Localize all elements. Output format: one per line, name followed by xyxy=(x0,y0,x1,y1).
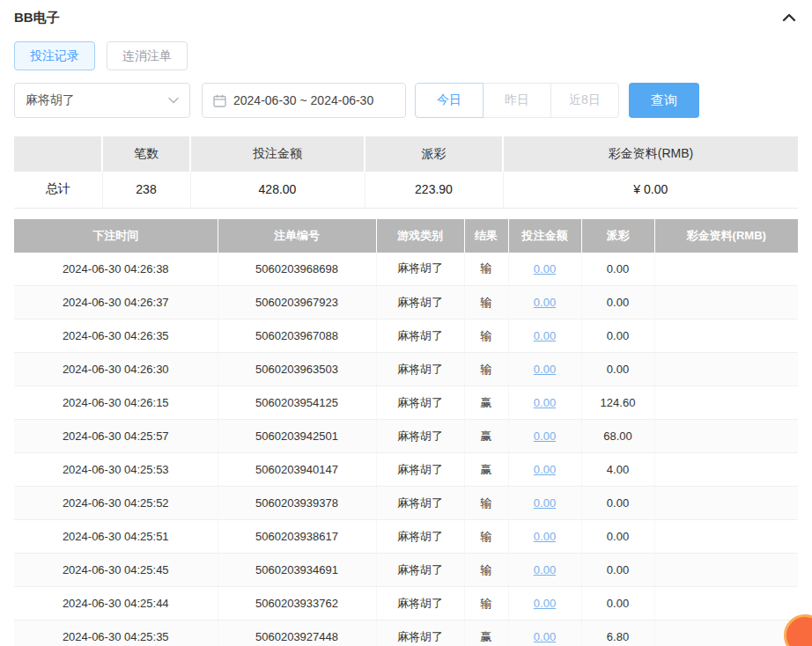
summary-header-bet: 投注金额 xyxy=(190,136,365,172)
table-row: 2024-06-30 04:25:525060203939378麻将胡了输0.0… xyxy=(14,487,798,520)
range-today-button[interactable]: 今日 xyxy=(415,83,484,118)
bet-amount-link[interactable]: 0.00 xyxy=(534,597,556,610)
cell-result: 输 xyxy=(464,587,508,620)
cell-order-number: 5060203927448 xyxy=(218,620,376,646)
bet-table-body: 2024-06-30 04:26:385060203968698麻将胡了输0.0… xyxy=(14,253,798,646)
cell-bonus xyxy=(654,420,798,453)
tab-bet-records[interactable]: 投注记录 xyxy=(14,41,95,70)
collapse-panel-button[interactable] xyxy=(782,12,796,23)
summary-header-blank xyxy=(14,136,102,172)
cell-order-number: 5060203968698 xyxy=(218,253,376,286)
cell-bet-amount: 0.00 xyxy=(508,386,581,420)
cell-bet-amount: 0.00 xyxy=(508,587,581,620)
cell-game-category: 麻将胡了 xyxy=(376,587,464,620)
cell-bet-amount: 0.00 xyxy=(508,520,581,554)
cell-game-category: 麻将胡了 xyxy=(376,487,464,520)
summary-header-row: 笔数 投注金额 派彩 彩金资料(RMB) xyxy=(14,136,798,172)
cell-order-number: 5060203942501 xyxy=(218,420,376,453)
cell-bonus xyxy=(654,453,798,487)
cell-order-number: 5060203963503 xyxy=(218,353,376,386)
cell-bonus xyxy=(654,286,798,319)
summary-total-label: 总计 xyxy=(14,172,102,208)
header-result: 结果 xyxy=(464,219,508,253)
table-row: 2024-06-30 04:25:445060203933762麻将胡了输0.0… xyxy=(14,587,798,620)
cell-payout: 0.00 xyxy=(581,587,654,620)
cell-result: 输 xyxy=(464,487,508,520)
bet-amount-link[interactable]: 0.00 xyxy=(534,563,556,576)
cell-bet-time: 2024-06-30 04:25:52 xyxy=(14,487,218,520)
cell-result: 输 xyxy=(464,353,508,386)
bet-amount-link[interactable]: 0.00 xyxy=(534,463,556,476)
page-title: BB电子 xyxy=(14,10,60,26)
bet-amount-link[interactable]: 0.00 xyxy=(534,429,556,443)
summary-header-count: 笔数 xyxy=(102,136,190,172)
table-row: 2024-06-30 04:25:535060203940147麻将胡了赢0.0… xyxy=(14,453,798,487)
summary-total-count: 238 xyxy=(102,172,190,208)
cell-order-number: 5060203940147 xyxy=(218,453,376,487)
cell-bonus xyxy=(654,487,798,520)
cell-order-number: 5060203967923 xyxy=(218,286,376,319)
table-row: 2024-06-30 04:26:155060203954125麻将胡了赢0.0… xyxy=(14,386,798,420)
cell-bet-time: 2024-06-30 04:26:37 xyxy=(14,286,218,319)
bet-amount-link[interactable]: 0.00 xyxy=(534,530,556,543)
cell-result: 输 xyxy=(464,520,508,554)
cell-bet-amount: 0.00 xyxy=(508,319,581,353)
cell-result: 赢 xyxy=(464,453,508,487)
range-last8days-button[interactable]: 近8日 xyxy=(550,83,619,118)
date-range-picker[interactable]: 2024-06-30 ~ 2024-06-30 xyxy=(202,83,406,118)
cell-bet-time: 2024-06-30 04:25:35 xyxy=(14,620,218,646)
cell-game-category: 麻将胡了 xyxy=(376,520,464,554)
summary-table: 笔数 投注金额 派彩 彩金资料(RMB) 总计 238 428.00 223.9… xyxy=(14,136,798,209)
bet-amount-link[interactable]: 0.00 xyxy=(534,363,556,376)
cell-payout: 68.00 xyxy=(581,420,654,453)
cell-bonus xyxy=(654,386,798,420)
game-select-value: 麻将胡了 xyxy=(26,92,75,108)
cell-payout: 0.00 xyxy=(581,286,654,319)
bet-amount-link[interactable]: 0.00 xyxy=(534,630,556,643)
cell-order-number: 5060203939378 xyxy=(218,487,376,520)
cell-bonus xyxy=(654,353,798,386)
cell-payout: 0.00 xyxy=(581,520,654,554)
cell-bet-amount: 0.00 xyxy=(508,620,581,646)
bet-amount-link[interactable]: 0.00 xyxy=(534,296,556,309)
cell-result: 输 xyxy=(464,253,508,286)
tab-bar: 投注记录 连消注单 xyxy=(14,41,798,70)
cell-bonus xyxy=(654,587,798,620)
quick-range-group: 今日 昨日 近8日 xyxy=(415,83,619,118)
game-select[interactable]: 麻将胡了 xyxy=(14,83,190,118)
summary-total-row: 总计 238 428.00 223.90 ¥ 0.00 xyxy=(14,172,798,208)
cell-bet-time: 2024-06-30 04:25:45 xyxy=(14,554,218,587)
bet-table-header-row: 下注时间 注单编号 游戏类别 结果 投注金额 派彩 彩金资料(RMB) xyxy=(14,219,798,253)
cell-bet-time: 2024-06-30 04:26:15 xyxy=(14,386,218,420)
cell-game-category: 麻将胡了 xyxy=(376,253,464,286)
tab-canceled-orders[interactable]: 连消注单 xyxy=(107,41,188,70)
chevron-up-icon xyxy=(782,12,796,23)
cell-bonus xyxy=(654,253,798,286)
range-yesterday-button[interactable]: 昨日 xyxy=(483,83,551,118)
summary-header-bonus: 彩金资料(RMB) xyxy=(503,136,798,172)
cell-bet-time: 2024-06-30 04:25:57 xyxy=(14,420,218,453)
table-row: 2024-06-30 04:25:515060203938617麻将胡了输0.0… xyxy=(14,520,798,554)
cell-order-number: 5060203934691 xyxy=(218,554,376,587)
bet-amount-link[interactable]: 0.00 xyxy=(534,329,556,342)
header-game-category: 游戏类别 xyxy=(376,219,464,253)
cell-result: 输 xyxy=(464,286,508,319)
cell-bet-time: 2024-06-30 04:26:35 xyxy=(14,319,218,353)
cell-game-category: 麻将胡了 xyxy=(376,319,464,353)
table-row: 2024-06-30 04:25:455060203934691麻将胡了输0.0… xyxy=(14,554,798,587)
cell-result: 赢 xyxy=(464,420,508,453)
bet-amount-link[interactable]: 0.00 xyxy=(534,396,556,409)
bet-amount-link[interactable]: 0.00 xyxy=(534,262,556,275)
cell-result: 输 xyxy=(464,554,508,587)
cell-order-number: 5060203938617 xyxy=(218,520,376,554)
bet-table: 下注时间 注单编号 游戏类别 结果 投注金额 派彩 彩金资料(RMB) 2024… xyxy=(14,219,798,646)
cell-order-number: 5060203933762 xyxy=(218,587,376,620)
cell-payout: 0.00 xyxy=(581,554,654,587)
bet-amount-link[interactable]: 0.00 xyxy=(534,496,556,510)
cell-payout: 0.00 xyxy=(581,319,654,353)
cell-bet-time: 2024-06-30 04:26:30 xyxy=(14,353,218,386)
header-bet-time: 下注时间 xyxy=(14,219,218,253)
search-button[interactable]: 查询 xyxy=(629,83,699,118)
summary-total-bonus: ¥ 0.00 xyxy=(503,172,798,208)
cell-payout: 124.60 xyxy=(581,386,654,420)
